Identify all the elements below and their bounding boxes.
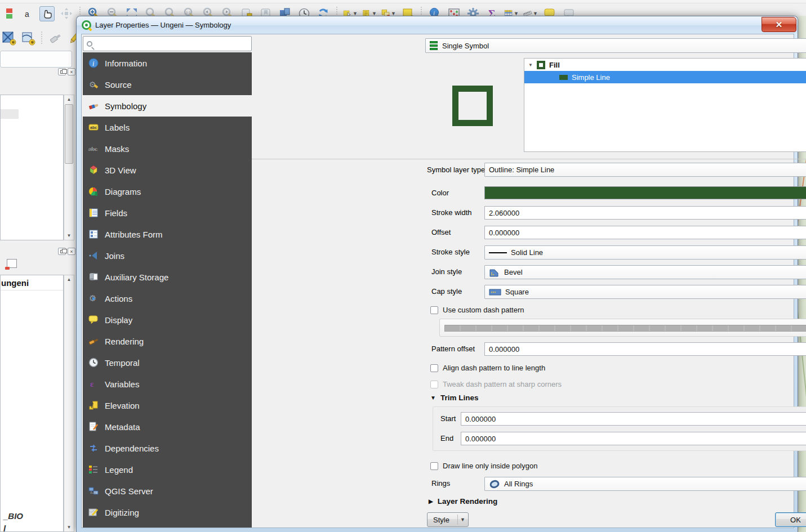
sidebar-item-joins[interactable]: Joins [83, 245, 252, 266]
pan-selection-icon[interactable] [59, 6, 74, 21]
svg-text:abc: abc [90, 126, 97, 129]
sidebar-item-rendering[interactable]: Rendering [83, 330, 252, 352]
actions-icon: ⚙ [86, 292, 101, 305]
style-brush-icon[interactable] [47, 31, 63, 46]
sidebar-item-metadata[interactable]: Metadata [83, 416, 252, 437]
layer-tree-item[interactable]: ungeni [1, 278, 29, 288]
layers-panel-scrollbar[interactable]: ▲ ▼ [64, 275, 74, 532]
tree-row-fill[interactable]: ▼ Fill [524, 59, 806, 71]
simple-line-icon [559, 75, 568, 80]
sidebar-item-label: Legend [105, 465, 133, 475]
text-a-icon[interactable]: a [20, 6, 35, 21]
align-dash-row: Align dash pattern to line length [430, 364, 545, 372]
trim-lines-header[interactable]: ▼ Trim Lines [430, 394, 478, 402]
pattern-offset-input[interactable]: 0.000000 ▲▼ [484, 342, 806, 356]
join-style-select[interactable]: Bevel ▼ [484, 265, 806, 279]
sidebar-item-elevation[interactable]: Elevation [83, 395, 252, 416]
dialog-titlebar[interactable]: Layer Properties — Ungeni — Symbology [77, 16, 798, 34]
cap-style-select[interactable]: Square ▼ [484, 285, 806, 299]
new-virtual-layer-icon[interactable]: ✱ [1, 31, 16, 46]
variables-icon: ε [86, 378, 101, 390]
sidebar-item-label: Attributes Form [105, 230, 163, 239]
sidebar-item-legend[interactable]: Legend [83, 459, 252, 480]
trim-lines-group: Start 0.000000 ▲▼ Millimeters▼ End 0.000… [433, 406, 806, 451]
sidebar-item-attributes-form[interactable]: Attributes Form [83, 223, 252, 245]
layer-style-icon[interactable] [1, 6, 16, 21]
use-custom-dash-checkbox[interactable] [430, 306, 438, 314]
all-rings-icon [489, 480, 500, 489]
sidebar-item-information[interactable]: iInformation [83, 52, 252, 74]
stroke-width-input[interactable]: 2.060000 ✕ ▲▼ [484, 206, 806, 220]
sidebar-item-label: Temporal [105, 358, 140, 368]
layer-tree-item[interactable]: _BIO [3, 511, 23, 521]
sidebar-item-3d-view[interactable]: 3D View [83, 159, 252, 181]
remove-layer-icon[interactable] [7, 259, 17, 268]
renderer-select[interactable]: Single Symbol ▼ [425, 38, 806, 53]
sidebar-item-label: Source [105, 80, 132, 90]
search-input[interactable] [96, 38, 251, 50]
qgis-application: a1:1▼▼▼iΣ▼▼ ✱✱ × ▲ ▼ × ungeni _BIO l ▲ ▼… [0, 0, 806, 532]
sidebar-item-variables[interactable]: εVariables [83, 373, 252, 395]
view3d-icon [86, 164, 101, 176]
ok-button[interactable]: OK [775, 512, 806, 527]
sidebar-item-source[interactable]: ⚙Source [83, 74, 252, 95]
dash-pattern-widget[interactable] [439, 319, 806, 337]
sidebar-item-diagrams[interactable]: Diagrams [83, 181, 252, 202]
browser-list-item[interactable] [1, 109, 19, 119]
draw-inside-checkbox[interactable] [430, 462, 438, 470]
bevel-join-icon [489, 267, 500, 278]
close-dialog-button[interactable]: ✕ [762, 17, 796, 32]
expand-triangle-icon: ▶ [429, 498, 433, 504]
browser-panel-scrollbar[interactable]: ▲ ▼ [64, 95, 74, 240]
float-panel-button[interactable] [58, 68, 66, 75]
chevron-down-icon: ▼ [460, 517, 465, 522]
sidebar-item-label: Joins [105, 251, 124, 261]
solid-line-icon [489, 252, 507, 253]
close-layers-panel-button[interactable]: × [68, 248, 75, 255]
align-dash-checkbox[interactable] [430, 364, 438, 372]
sidebar-item-masks[interactable]: abcMasks [83, 138, 252, 159]
sidebar-item-fields[interactable]: Fields [83, 202, 252, 223]
diagrams-icon [86, 185, 101, 198]
sidebar-item-digitizing[interactable]: Digitizing [83, 502, 252, 523]
stroke-style-select[interactable]: Solid Line ▼ [484, 245, 806, 260]
rings-select[interactable]: All Rings ▼ [484, 477, 806, 491]
svg-text:✱: ✱ [30, 40, 34, 45]
sidebar-item-temporal[interactable]: Temporal [83, 352, 252, 373]
sidebar-item-qgis-server[interactable]: QGIS Server [83, 480, 252, 502]
digitizing-icon [86, 506, 101, 518]
new-spatialite-layer-icon[interactable]: ✱ [20, 31, 35, 46]
pan-hand-icon[interactable] [39, 6, 55, 21]
sidebar-item-label: Rendering [105, 337, 144, 346]
style-menu-button[interactable]: Style▼ [427, 512, 469, 527]
sidebar-item-symbology[interactable]: Symbology [83, 95, 252, 117]
offset-input[interactable]: 0.000000 ▲▼ [484, 226, 806, 239]
sidebar-item-display[interactable]: Display [83, 309, 252, 330]
sidebar-item-label: Display [105, 315, 132, 325]
trim-start-input[interactable]: 0.000000 ▲▼ [461, 412, 806, 426]
display-icon [86, 314, 101, 326]
sidebar-item-label: Symbology [105, 101, 146, 111]
svg-text:abc: abc [88, 146, 97, 152]
trim-end-input[interactable]: 0.000000 ▲▼ [461, 432, 806, 445]
sidebar-item-label: Masks [105, 144, 129, 154]
layer-tree-item[interactable]: l [3, 524, 6, 532]
sidebar-item-auxiliary-storage[interactable]: Auxiliary Storage [83, 266, 252, 288]
toolbar-separator [39, 32, 43, 45]
symbology-panel: Single Symbol ▼ ▼ Fill Simple Line [252, 34, 794, 527]
color-button[interactable] [484, 186, 806, 199]
layer-rendering-header[interactable]: ▶ Layer Rendering [429, 497, 497, 506]
sidebar-item-actions[interactable]: ⚙Actions [83, 288, 252, 309]
tree-row-simple-line[interactable]: Simple Line [524, 71, 806, 83]
float-layers-panel-button[interactable] [58, 248, 66, 255]
close-panel-button[interactable]: × [68, 68, 75, 75]
sidebar-item-dependencies[interactable]: Dependencies [83, 437, 252, 459]
symbol-layer-type-select[interactable]: Outline: Simple Line ▼ [484, 163, 806, 177]
sidebar-item-label: 3D View [105, 166, 136, 175]
svg-text:⚙: ⚙ [89, 80, 96, 89]
fields-icon [86, 207, 101, 219]
symbol-preview [452, 86, 493, 126]
source-icon: ⚙ [86, 78, 101, 91]
expander-icon[interactable]: ▼ [524, 62, 537, 68]
sidebar-item-labels[interactable]: abcLabels [83, 117, 252, 138]
